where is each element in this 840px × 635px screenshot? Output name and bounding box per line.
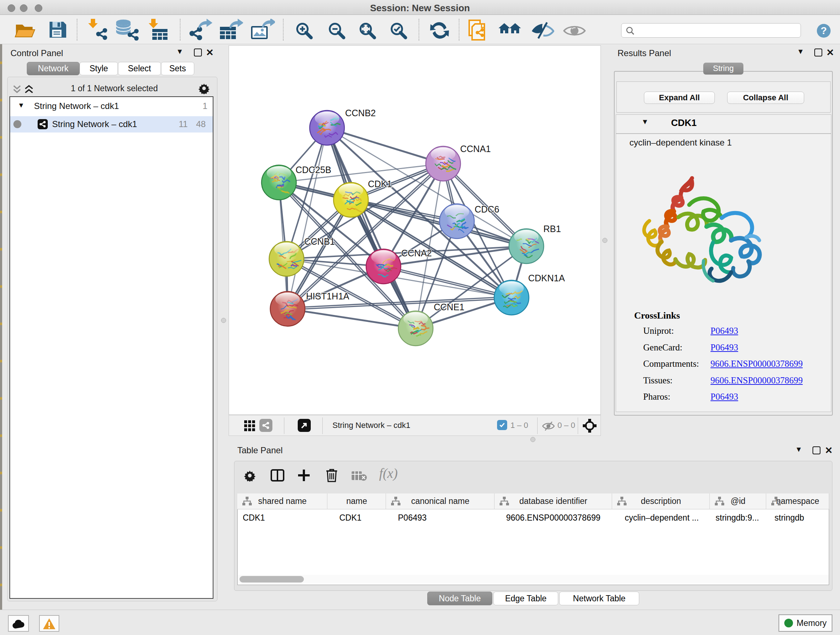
svg-text:CCNA2: CCNA2 [401,248,432,258]
svg-text:CDK1: CDK1 [368,179,392,189]
svg-text:CCNB2: CCNB2 [345,108,376,118]
svg-text:CDC25B: CDC25B [295,165,332,175]
svg-text:CDC6: CDC6 [475,204,499,214]
svg-text:HIST1H1A: HIST1H1A [306,291,349,301]
svg-text:RB1: RB1 [543,224,561,234]
svg-text:CCNE1: CCNE1 [434,302,464,312]
svg-text:CCNA1: CCNA1 [460,144,491,154]
svg-text:CDKN1A: CDKN1A [528,273,565,283]
svg-text:CCNB1: CCNB1 [304,236,335,247]
